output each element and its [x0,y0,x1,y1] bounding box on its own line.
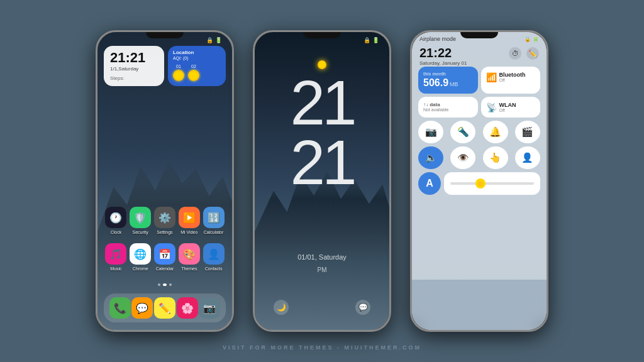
dock-phone[interactable]: 📞 [109,297,131,319]
weather-aqi: AQI: (0) [173,56,221,60]
sun-icon-1 [173,70,184,81]
app-security[interactable]: 🛡️ Security [130,207,151,234]
tile-data-usage[interactable]: this month 506.9 MB [418,67,478,94]
app-calendar-label: Calendar [156,266,174,271]
weather-days: 01 02 [173,64,221,81]
icon-btn-volume[interactable]: 🔈 [418,146,443,169]
clock-steps: Steps: [110,75,158,81]
dock-camera-icon: 📷 [199,297,220,319]
icon-btn-screen-record[interactable]: 🎬 [515,121,540,143]
dock-camera[interactable]: 📷 [199,297,220,319]
tile-data-unit: MB [450,81,458,87]
clock-time: 21:21 [110,51,158,65]
letter-btn-a[interactable]: A [418,172,441,195]
app-mivideo-icon: ▶️ [179,207,200,228]
edit-icon[interactable]: ✏️ [526,47,539,60]
clock-date: 1/1,Saturday [110,66,158,72]
control-tiles: this month 506.9 MB 📶 Bluetooth Off [418,67,540,195]
lock-icon: 🔒 [206,37,213,43]
app-contacts[interactable]: 👤 Contacts [203,243,225,271]
tile-bluetooth-header: 📶 Bluetooth Off [486,72,536,82]
phones-container: 🔒 🔋 21:21 1/1,Saturday Steps: Location A… [0,0,644,362]
app-calculator[interactable]: 🔢 Calculator [203,207,225,234]
widget-clock[interactable]: 21:21 1/1,Saturday Steps: [104,46,164,86]
icon-btn-fingerprint[interactable]: 👆 [483,146,508,169]
lock-icon-2: 🔒 [364,37,370,43]
phone-1: 🔒 🔋 21:21 1/1,Saturday Steps: Location A… [96,30,234,332]
app-settings[interactable]: ⚙️ Settings [154,207,175,234]
app-row-2: 🎵 Music 🌐 Chrome 📅 Calendar 🎨 Themes [104,243,226,271]
app-music-icon: 🎵 [105,243,126,265]
app-calendar-icon: 📅 [154,243,175,265]
control-top-right: ⏱ ✏️ [509,47,539,60]
app-settings-icon: ⚙️ [154,207,175,228]
icon-btn-flashlight[interactable]: 🔦 [450,121,475,143]
icon-btn-accounts[interactable]: 👤 [515,146,540,169]
tile-row-1: this month 506.9 MB 📶 Bluetooth Off [418,67,540,94]
sun-icon-2 [188,70,199,81]
phone-2: 🔒 🔋 21 21 01/01, Saturday PM 🌙 💬 [253,30,391,332]
app-music[interactable]: 🎵 Music [105,243,126,271]
tile-data-value: 506.9 [423,77,448,89]
dock-notes-icon: ✏️ [154,297,175,319]
wlan-icon: 📡 [486,102,497,112]
tile-bluetooth-name: Bluetooth [499,72,526,78]
brightness-icon: ☀️ [477,181,484,187]
brightness-track: ☀️ [450,182,534,185]
tile-row-2: ↑↓ data Not available 📡 WLAN Off [418,97,540,118]
timer-icon[interactable]: ⏱ [509,47,521,60]
app-calendar[interactable]: 📅 Calendar [154,243,175,271]
app-clock-label: Clock [111,230,122,234]
dot-2-active [163,283,167,286]
widget-weather[interactable]: Location AQI: (0) 01 02 [168,46,226,86]
app-clock-icon: 🕐 [105,207,126,228]
dock-notes[interactable]: ✏️ [154,297,175,319]
battery-icon: 🔋 [215,37,222,43]
app-clock[interactable]: 🕐 Clock [105,207,126,234]
weather-day-2: 02 [188,64,199,81]
tile-bluetooth-status: Off [499,78,526,82]
lock-icon-3: 🔒 [525,36,531,42]
lock-ampm: PM [255,266,389,273]
day2-label: 02 [191,64,196,69]
app-themes[interactable]: 🎨 Themes [179,243,200,271]
tile-wlan-text: WLAN Off [499,102,516,112]
icon-btn-eye[interactable]: 👁️ [450,146,475,169]
notch-2 [303,32,341,38]
dock-flowers[interactable]: 🌸 [177,297,198,319]
dot-3 [169,283,172,286]
dock-messages[interactable]: 💬 [131,297,153,319]
app-contacts-label: Contacts [205,266,223,271]
app-chrome-label: Chrome [133,266,148,271]
phone3-screen: Airplane mode 🔒 🔋 21:22 Saturday, Januar… [412,32,547,330]
bottom-blur [412,280,547,330]
watermark: VISIT FOR MORE THEMES - MIUITHEMER.COM [0,344,644,351]
control-clock: 21:22 [419,46,467,60]
lock-date: 01/01, Saturday [255,253,389,261]
icon-btn-dnd[interactable]: 🔔 [483,121,508,143]
phone1-screen: 🔒 🔋 21:21 1/1,Saturday Steps: Location A… [97,32,232,330]
tile-bluetooth-text: Bluetooth Off [499,72,526,82]
app-row-1: 🕐 Clock 🛡️ Security ⚙️ Settings ▶️ Mi Vi… [104,207,226,234]
icon-btn-screenshot[interactable]: 📷 [418,121,443,143]
icon-btn-row-2: 🔈 👁️ 👆 👤 [418,146,540,169]
app-chrome[interactable]: 🌐 Chrome [130,243,151,271]
tile-mobile-data[interactable]: ↑↓ data Not available [418,97,478,118]
dock-flowers-icon: 🌸 [177,297,198,319]
app-mivideo[interactable]: ▶️ Mi Video [179,207,200,234]
dock: 📞 💬 ✏️ 🌸 📷 [104,293,226,322]
app-grid: 🕐 Clock 🛡️ Security ⚙️ Settings ▶️ Mi Vi… [97,207,232,280]
lock-left-icon[interactable]: 🌙 [274,300,289,315]
lock-right-icon[interactable]: 💬 [355,300,370,315]
tile-wlan-name: WLAN [499,102,516,108]
lock-time: 21 21 [255,73,389,192]
brightness-slider[interactable]: ☀️ [444,172,540,195]
tile-data-title: this month [423,72,473,76]
bottom-control-row: A ☀️ [418,172,540,195]
tile-data-available: Not available [423,107,473,112]
dot-1 [158,283,160,286]
app-themes-label: Themes [181,266,197,271]
tile-bluetooth[interactable]: 📶 Bluetooth Off [481,67,541,94]
tile-wlan[interactable]: 📡 WLAN Off [481,97,541,118]
tile-wlan-header: 📡 WLAN Off [486,102,536,112]
